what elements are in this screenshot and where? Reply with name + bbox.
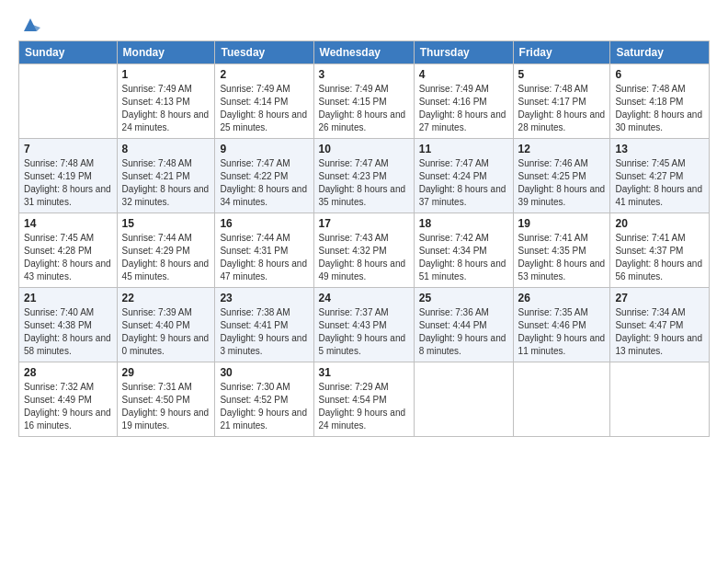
day-info: Sunrise: 7:47 AMSunset: 4:24 PMDaylight:… [419,157,508,209]
day-info: Sunrise: 7:36 AMSunset: 4:44 PMDaylight:… [419,306,508,358]
day-info: Sunrise: 7:49 AMSunset: 4:13 PMDaylight:… [122,83,210,134]
calendar-header-row: SundayMondayTuesdayWednesdayThursdayFrid… [19,41,710,64]
day-number: 28 [24,366,112,379]
calendar-day-cell [19,64,118,139]
day-info: Sunrise: 7:35 AMSunset: 4:46 PMDaylight:… [518,306,606,358]
day-info: Sunrise: 7:34 AMSunset: 4:47 PMDaylight:… [615,306,704,358]
calendar-week-row: 1Sunrise: 7:49 AMSunset: 4:13 PMDaylight… [19,64,710,139]
column-header-sunday: Sunday [19,41,118,64]
day-info: Sunrise: 7:49 AMSunset: 4:15 PMDaylight:… [319,83,409,134]
calendar-day-cell: 22Sunrise: 7:39 AMSunset: 4:40 PMDayligh… [117,288,215,362]
day-info: Sunrise: 7:48 AMSunset: 4:18 PMDaylight:… [615,83,704,134]
calendar-day-cell: 12Sunrise: 7:46 AMSunset: 4:25 PMDayligh… [513,139,610,213]
column-header-friday: Friday [513,41,610,64]
calendar-day-cell: 8Sunrise: 7:48 AMSunset: 4:21 PMDaylight… [117,139,215,213]
calendar-day-cell: 13Sunrise: 7:45 AMSunset: 4:27 PMDayligh… [610,139,710,213]
day-number: 23 [220,292,308,304]
column-header-wednesday: Wednesday [313,41,414,64]
calendar-week-row: 7Sunrise: 7:48 AMSunset: 4:19 PMDaylight… [19,139,710,213]
day-info: Sunrise: 7:37 AMSunset: 4:43 PMDaylight:… [319,306,409,358]
day-info: Sunrise: 7:30 AMSunset: 4:52 PMDaylight:… [220,381,308,432]
day-number: 13 [615,143,704,155]
calendar-week-row: 14Sunrise: 7:45 AMSunset: 4:28 PMDayligh… [19,213,710,288]
day-number: 10 [319,143,409,155]
day-info: Sunrise: 7:29 AMSunset: 4:54 PMDaylight:… [319,381,409,432]
page-header [18,15,710,31]
day-number: 2 [220,68,308,81]
day-number: 3 [319,68,409,81]
calendar-day-cell: 16Sunrise: 7:44 AMSunset: 4:31 PMDayligh… [215,213,313,288]
calendar-day-cell: 18Sunrise: 7:42 AMSunset: 4:34 PMDayligh… [414,213,513,288]
day-info: Sunrise: 7:41 AMSunset: 4:37 PMDaylight:… [615,232,704,283]
day-info: Sunrise: 7:39 AMSunset: 4:40 PMDaylight:… [122,306,210,358]
calendar-day-cell: 2Sunrise: 7:49 AMSunset: 4:14 PMDaylight… [215,64,313,139]
day-number: 22 [122,292,210,304]
calendar-day-cell [610,362,710,437]
day-info: Sunrise: 7:49 AMSunset: 4:16 PMDaylight:… [419,83,508,134]
day-number: 25 [419,292,508,304]
day-number: 18 [419,217,508,230]
day-number: 15 [122,217,210,230]
day-number: 12 [518,143,606,155]
calendar-day-cell [414,362,513,437]
day-number: 20 [615,217,704,230]
day-info: Sunrise: 7:41 AMSunset: 4:35 PMDaylight:… [518,232,606,283]
day-info: Sunrise: 7:44 AMSunset: 4:31 PMDaylight:… [220,232,308,283]
day-number: 21 [24,292,112,304]
day-info: Sunrise: 7:43 AMSunset: 4:32 PMDaylight:… [319,232,409,283]
calendar-day-cell: 10Sunrise: 7:47 AMSunset: 4:23 PMDayligh… [313,139,414,213]
column-header-thursday: Thursday [414,41,513,64]
day-number: 6 [615,68,704,81]
day-number: 17 [319,217,409,230]
calendar-day-cell: 17Sunrise: 7:43 AMSunset: 4:32 PMDayligh… [313,213,414,288]
day-info: Sunrise: 7:47 AMSunset: 4:22 PMDaylight:… [220,157,308,209]
logo [18,15,40,31]
calendar-day-cell: 20Sunrise: 7:41 AMSunset: 4:37 PMDayligh… [610,213,710,288]
day-info: Sunrise: 7:48 AMSunset: 4:19 PMDaylight:… [24,157,112,209]
calendar-day-cell: 24Sunrise: 7:37 AMSunset: 4:43 PMDayligh… [313,288,414,362]
day-info: Sunrise: 7:45 AMSunset: 4:28 PMDaylight:… [24,232,112,283]
day-info: Sunrise: 7:45 AMSunset: 4:27 PMDaylight:… [615,157,704,209]
day-info: Sunrise: 7:46 AMSunset: 4:25 PMDaylight:… [518,157,606,209]
calendar-day-cell: 29Sunrise: 7:31 AMSunset: 4:50 PMDayligh… [117,362,215,437]
day-number: 30 [220,366,308,379]
calendar-day-cell: 31Sunrise: 7:29 AMSunset: 4:54 PMDayligh… [313,362,414,437]
calendar-day-cell: 21Sunrise: 7:40 AMSunset: 4:38 PMDayligh… [19,288,118,362]
calendar-day-cell: 23Sunrise: 7:38 AMSunset: 4:41 PMDayligh… [215,288,313,362]
day-number: 1 [122,68,210,81]
day-number: 14 [24,217,112,230]
calendar-day-cell: 27Sunrise: 7:34 AMSunset: 4:47 PMDayligh… [610,288,710,362]
calendar-week-row: 28Sunrise: 7:32 AMSunset: 4:49 PMDayligh… [19,362,710,437]
day-number: 8 [122,143,210,155]
day-info: Sunrise: 7:40 AMSunset: 4:38 PMDaylight:… [24,306,112,358]
calendar-day-cell: 3Sunrise: 7:49 AMSunset: 4:15 PMDaylight… [313,64,414,139]
column-header-tuesday: Tuesday [215,41,313,64]
day-info: Sunrise: 7:31 AMSunset: 4:50 PMDaylight:… [122,381,210,432]
calendar-day-cell: 4Sunrise: 7:49 AMSunset: 4:16 PMDaylight… [414,64,513,139]
calendar-day-cell: 14Sunrise: 7:45 AMSunset: 4:28 PMDayligh… [19,213,118,288]
day-number: 7 [24,143,112,155]
calendar-day-cell: 19Sunrise: 7:41 AMSunset: 4:35 PMDayligh… [513,213,610,288]
calendar-day-cell [513,362,610,437]
day-number: 24 [319,292,409,304]
calendar-day-cell: 30Sunrise: 7:30 AMSunset: 4:52 PMDayligh… [215,362,313,437]
day-number: 19 [518,217,606,230]
day-info: Sunrise: 7:47 AMSunset: 4:23 PMDaylight:… [319,157,409,209]
column-header-monday: Monday [117,41,215,64]
day-number: 16 [220,217,308,230]
calendar-day-cell: 6Sunrise: 7:48 AMSunset: 4:18 PMDaylight… [610,64,710,139]
day-info: Sunrise: 7:48 AMSunset: 4:17 PMDaylight:… [518,83,606,134]
calendar-week-row: 21Sunrise: 7:40 AMSunset: 4:38 PMDayligh… [19,288,710,362]
column-header-saturday: Saturday [610,41,710,64]
day-number: 27 [615,292,704,304]
day-info: Sunrise: 7:49 AMSunset: 4:14 PMDaylight:… [220,83,308,134]
calendar-day-cell: 28Sunrise: 7:32 AMSunset: 4:49 PMDayligh… [19,362,118,437]
day-number: 4 [419,68,508,81]
calendar-day-cell: 25Sunrise: 7:36 AMSunset: 4:44 PMDayligh… [414,288,513,362]
calendar-day-cell: 7Sunrise: 7:48 AMSunset: 4:19 PMDaylight… [19,139,118,213]
calendar-day-cell: 15Sunrise: 7:44 AMSunset: 4:29 PMDayligh… [117,213,215,288]
day-info: Sunrise: 7:44 AMSunset: 4:29 PMDaylight:… [122,232,210,283]
day-info: Sunrise: 7:32 AMSunset: 4:49 PMDaylight:… [24,381,112,432]
day-info: Sunrise: 7:38 AMSunset: 4:41 PMDaylight:… [220,306,308,358]
calendar-day-cell: 5Sunrise: 7:48 AMSunset: 4:17 PMDaylight… [513,64,610,139]
